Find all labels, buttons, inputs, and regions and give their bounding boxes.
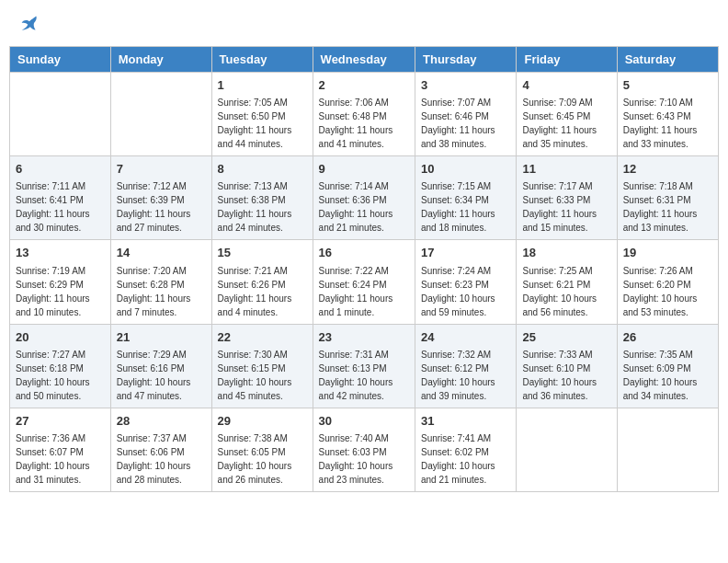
weekday-header-friday: Friday	[517, 47, 617, 73]
day-number: 18	[522, 245, 610, 261]
calendar-week-row: 6Sunrise: 7:11 AM Sunset: 6:41 PM Daylig…	[10, 156, 719, 240]
day-number: 19	[623, 245, 712, 261]
calendar-cell: 30Sunrise: 7:40 AM Sunset: 6:03 PM Dayli…	[313, 408, 415, 491]
day-number: 26	[623, 329, 712, 346]
day-number: 11	[522, 161, 610, 178]
day-number: 10	[421, 161, 510, 178]
day-number: 22	[218, 329, 307, 346]
day-info: Sunrise: 7:22 AM Sunset: 6:24 PM Dayligh…	[319, 264, 409, 319]
day-info: Sunrise: 7:29 AM Sunset: 6:16 PM Dayligh…	[117, 348, 206, 403]
day-number: 23	[319, 329, 409, 346]
day-info: Sunrise: 7:25 AM Sunset: 6:21 PM Dayligh…	[522, 264, 610, 319]
calendar-cell: 24Sunrise: 7:32 AM Sunset: 6:12 PM Dayli…	[415, 324, 517, 408]
calendar-cell: 5Sunrise: 7:10 AM Sunset: 6:43 PM Daylig…	[617, 73, 718, 156]
day-info: Sunrise: 7:35 AM Sunset: 6:09 PM Dayligh…	[623, 348, 712, 403]
day-info: Sunrise: 7:12 AM Sunset: 6:39 PM Dayligh…	[117, 179, 206, 235]
day-info: Sunrise: 7:11 AM Sunset: 6:41 PM Dayligh…	[16, 179, 105, 235]
day-info: Sunrise: 7:33 AM Sunset: 6:10 PM Dayligh…	[522, 348, 610, 403]
calendar-cell	[517, 408, 617, 491]
weekday-header-thursday: Thursday	[415, 47, 517, 73]
day-number: 13	[16, 245, 105, 261]
day-info: Sunrise: 7:17 AM Sunset: 6:33 PM Dayligh…	[522, 179, 610, 235]
day-number: 16	[319, 245, 409, 261]
day-info: Sunrise: 7:36 AM Sunset: 6:07 PM Dayligh…	[16, 431, 105, 487]
day-number: 6	[16, 161, 105, 178]
day-info: Sunrise: 7:19 AM Sunset: 6:29 PM Dayligh…	[16, 264, 105, 319]
calendar-cell: 31Sunrise: 7:41 AM Sunset: 6:02 PM Dayli…	[415, 408, 517, 491]
calendar-cell: 19Sunrise: 7:26 AM Sunset: 6:20 PM Dayli…	[617, 240, 718, 324]
calendar-cell: 1Sunrise: 7:05 AM Sunset: 6:50 PM Daylig…	[211, 73, 313, 156]
calendar-cell: 23Sunrise: 7:31 AM Sunset: 6:13 PM Dayli…	[313, 324, 415, 408]
day-info: Sunrise: 7:21 AM Sunset: 6:26 PM Dayligh…	[218, 264, 307, 319]
calendar-cell: 4Sunrise: 7:09 AM Sunset: 6:45 PM Daylig…	[517, 73, 617, 156]
day-number: 7	[117, 161, 206, 178]
day-number: 25	[522, 329, 610, 346]
day-info: Sunrise: 7:15 AM Sunset: 6:34 PM Dayligh…	[421, 179, 510, 235]
day-info: Sunrise: 7:07 AM Sunset: 6:46 PM Dayligh…	[421, 96, 510, 151]
day-info: Sunrise: 7:05 AM Sunset: 6:50 PM Dayligh…	[218, 96, 307, 151]
page-header	[9, 9, 719, 37]
day-info: Sunrise: 7:10 AM Sunset: 6:43 PM Dayligh…	[623, 96, 712, 151]
day-info: Sunrise: 7:27 AM Sunset: 6:18 PM Dayligh…	[16, 348, 105, 403]
day-number: 30	[319, 413, 409, 430]
weekday-header-wednesday: Wednesday	[313, 47, 415, 73]
calendar-cell: 9Sunrise: 7:14 AM Sunset: 6:36 PM Daylig…	[313, 156, 415, 240]
day-info: Sunrise: 7:38 AM Sunset: 6:05 PM Dayligh…	[218, 431, 307, 487]
day-number: 24	[421, 329, 510, 346]
day-number: 15	[218, 245, 307, 261]
day-info: Sunrise: 7:13 AM Sunset: 6:38 PM Dayligh…	[218, 179, 307, 235]
calendar-cell	[10, 73, 111, 156]
day-info: Sunrise: 7:30 AM Sunset: 6:15 PM Dayligh…	[218, 348, 307, 403]
day-number: 2	[319, 77, 409, 94]
calendar-cell: 20Sunrise: 7:27 AM Sunset: 6:18 PM Dayli…	[10, 324, 111, 408]
day-info: Sunrise: 7:37 AM Sunset: 6:06 PM Dayligh…	[117, 431, 206, 487]
day-number: 17	[421, 245, 510, 261]
calendar-cell: 22Sunrise: 7:30 AM Sunset: 6:15 PM Dayli…	[211, 324, 313, 408]
calendar-cell: 11Sunrise: 7:17 AM Sunset: 6:33 PM Dayli…	[517, 156, 617, 240]
calendar-cell: 7Sunrise: 7:12 AM Sunset: 6:39 PM Daylig…	[110, 156, 211, 240]
calendar-cell: 13Sunrise: 7:19 AM Sunset: 6:29 PM Dayli…	[10, 240, 111, 324]
day-info: Sunrise: 7:31 AM Sunset: 6:13 PM Dayligh…	[319, 348, 409, 403]
calendar-cell: 21Sunrise: 7:29 AM Sunset: 6:16 PM Dayli…	[110, 324, 211, 408]
calendar-cell: 2Sunrise: 7:06 AM Sunset: 6:48 PM Daylig…	[313, 73, 415, 156]
day-info: Sunrise: 7:32 AM Sunset: 6:12 PM Dayligh…	[421, 348, 510, 403]
day-number: 31	[421, 413, 510, 430]
logo-bird-icon	[20, 14, 39, 32]
calendar-week-row: 20Sunrise: 7:27 AM Sunset: 6:18 PM Dayli…	[10, 324, 719, 408]
day-number: 28	[117, 413, 206, 430]
calendar-week-row: 1Sunrise: 7:05 AM Sunset: 6:50 PM Daylig…	[10, 73, 719, 156]
calendar-cell: 6Sunrise: 7:11 AM Sunset: 6:41 PM Daylig…	[10, 156, 111, 240]
calendar-cell: 8Sunrise: 7:13 AM Sunset: 6:38 PM Daylig…	[211, 156, 313, 240]
day-info: Sunrise: 7:26 AM Sunset: 6:20 PM Dayligh…	[623, 264, 712, 319]
day-info: Sunrise: 7:24 AM Sunset: 6:23 PM Dayligh…	[421, 264, 510, 319]
day-number: 1	[218, 77, 307, 94]
calendar-cell: 15Sunrise: 7:21 AM Sunset: 6:26 PM Dayli…	[211, 240, 313, 324]
calendar-cell: 10Sunrise: 7:15 AM Sunset: 6:34 PM Dayli…	[415, 156, 517, 240]
calendar-cell: 17Sunrise: 7:24 AM Sunset: 6:23 PM Dayli…	[415, 240, 517, 324]
calendar-cell: 29Sunrise: 7:38 AM Sunset: 6:05 PM Dayli…	[211, 408, 313, 491]
day-info: Sunrise: 7:14 AM Sunset: 6:36 PM Dayligh…	[319, 179, 409, 235]
day-info: Sunrise: 7:09 AM Sunset: 6:45 PM Dayligh…	[522, 96, 610, 151]
calendar-cell: 16Sunrise: 7:22 AM Sunset: 6:24 PM Dayli…	[313, 240, 415, 324]
day-number: 21	[117, 329, 206, 346]
calendar-cell: 3Sunrise: 7:07 AM Sunset: 6:46 PM Daylig…	[415, 73, 517, 156]
day-info: Sunrise: 7:41 AM Sunset: 6:02 PM Dayligh…	[421, 431, 510, 487]
calendar-cell: 28Sunrise: 7:37 AM Sunset: 6:06 PM Dayli…	[110, 408, 211, 491]
day-number: 27	[16, 413, 105, 430]
day-number: 14	[117, 245, 206, 261]
logo	[18, 14, 39, 32]
weekday-header-sunday: Sunday	[10, 47, 111, 73]
calendar-week-row: 13Sunrise: 7:19 AM Sunset: 6:29 PM Dayli…	[10, 240, 719, 324]
day-number: 9	[319, 161, 409, 178]
day-number: 4	[522, 77, 610, 94]
weekday-header-saturday: Saturday	[617, 47, 718, 73]
day-number: 12	[623, 161, 712, 178]
day-number: 8	[218, 161, 307, 178]
weekday-header-row: SundayMondayTuesdayWednesdayThursdayFrid…	[10, 47, 719, 73]
day-info: Sunrise: 7:18 AM Sunset: 6:31 PM Dayligh…	[623, 179, 712, 235]
weekday-header-monday: Monday	[110, 47, 211, 73]
day-info: Sunrise: 7:40 AM Sunset: 6:03 PM Dayligh…	[319, 431, 409, 487]
calendar-cell: 26Sunrise: 7:35 AM Sunset: 6:09 PM Dayli…	[617, 324, 718, 408]
day-number: 29	[218, 413, 307, 430]
calendar-cell	[617, 408, 718, 491]
